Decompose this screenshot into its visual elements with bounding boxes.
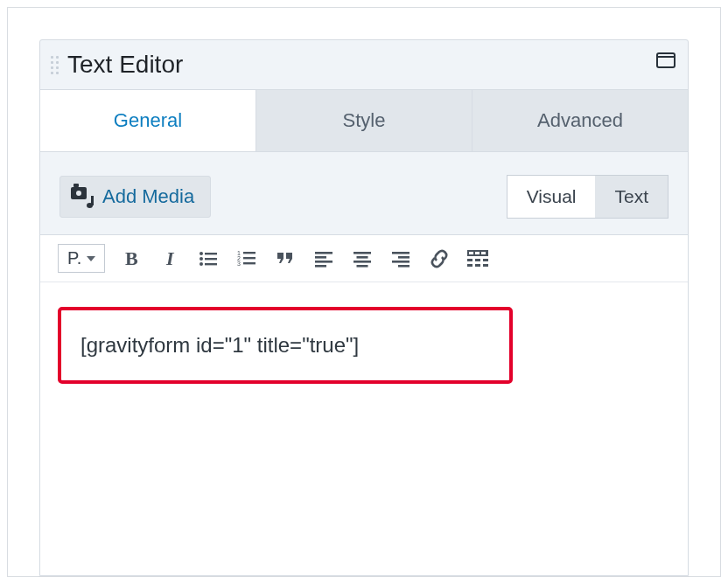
chevron-down-icon: [87, 256, 95, 261]
add-media-label: Add Media: [102, 185, 194, 208]
align-center-button[interactable]: [350, 247, 374, 271]
add-media-button[interactable]: Add Media: [60, 176, 211, 218]
svg-rect-21: [398, 256, 410, 259]
editor-area: P. B I 123: [40, 234, 688, 575]
svg-rect-20: [392, 252, 410, 254]
svg-rect-16: [354, 252, 371, 254]
svg-rect-30: [483, 259, 488, 261]
outer-frame: Text Editor General Style Advanced Add M…: [7, 7, 721, 577]
svg-rect-18: [354, 261, 371, 263]
svg-rect-23: [398, 265, 410, 268]
shortcode-text[interactable]: [gravityform id="1" title="true"]: [80, 333, 359, 357]
svg-rect-17: [357, 256, 368, 259]
toolbar-toggle-button[interactable]: [466, 247, 490, 271]
svg-rect-28: [467, 259, 472, 261]
tab-advanced[interactable]: Advanced: [472, 90, 688, 151]
align-right-button[interactable]: [388, 247, 413, 271]
svg-rect-15: [315, 265, 326, 268]
svg-rect-13: [315, 256, 326, 259]
media-toolbar: Add Media Visual Text: [40, 152, 688, 234]
svg-rect-11: [243, 262, 256, 264]
blockquote-button[interactable]: [273, 247, 298, 271]
svg-rect-14: [315, 261, 332, 263]
text-editor-panel: Text Editor General Style Advanced Add M…: [39, 39, 689, 576]
svg-rect-31: [467, 264, 472, 267]
svg-rect-1: [205, 253, 217, 254]
paragraph-format-select[interactable]: P.: [58, 244, 105, 273]
tab-style[interactable]: Style: [256, 90, 472, 151]
numbered-list-button[interactable]: 123: [234, 247, 259, 271]
drag-handle-icon[interactable]: [47, 56, 59, 74]
svg-rect-3: [205, 258, 217, 260]
svg-rect-25: [469, 252, 473, 254]
svg-rect-7: [243, 252, 256, 254]
svg-rect-12: [315, 252, 332, 254]
settings-tabs: General Style Advanced: [40, 89, 688, 152]
italic-button[interactable]: I: [158, 247, 182, 271]
svg-rect-27: [481, 252, 486, 254]
svg-rect-33: [483, 264, 488, 267]
tab-text[interactable]: Text: [595, 176, 668, 218]
editor-mode-tabs: Visual Text: [507, 175, 668, 219]
svg-rect-5: [205, 263, 217, 265]
paragraph-format-label: P.: [67, 248, 81, 268]
svg-rect-26: [475, 252, 480, 254]
svg-text:3: 3: [237, 261, 241, 267]
bullet-list-button[interactable]: [196, 247, 220, 271]
window-icon[interactable]: [656, 52, 676, 68]
svg-point-0: [200, 252, 203, 255]
panel-header: Text Editor: [40, 40, 688, 89]
svg-point-2: [200, 257, 203, 261]
svg-rect-9: [243, 257, 256, 259]
camera-music-icon: [71, 187, 94, 206]
svg-rect-29: [475, 259, 480, 261]
bold-button[interactable]: B: [119, 247, 144, 271]
align-left-button[interactable]: [312, 247, 336, 271]
svg-rect-32: [475, 264, 480, 267]
svg-point-4: [200, 262, 203, 266]
svg-rect-22: [392, 261, 410, 263]
format-toolbar: P. B I 123: [40, 235, 688, 282]
tab-visual[interactable]: Visual: [508, 176, 596, 218]
editor-content[interactable]: [gravityform id="1" title="true"]: [40, 282, 688, 575]
tab-general[interactable]: General: [40, 90, 256, 151]
svg-rect-19: [357, 265, 368, 268]
panel-title: Text Editor: [67, 51, 183, 79]
link-button[interactable]: [427, 247, 452, 271]
highlight-annotation: [gravityform id="1" title="true"]: [58, 307, 513, 384]
